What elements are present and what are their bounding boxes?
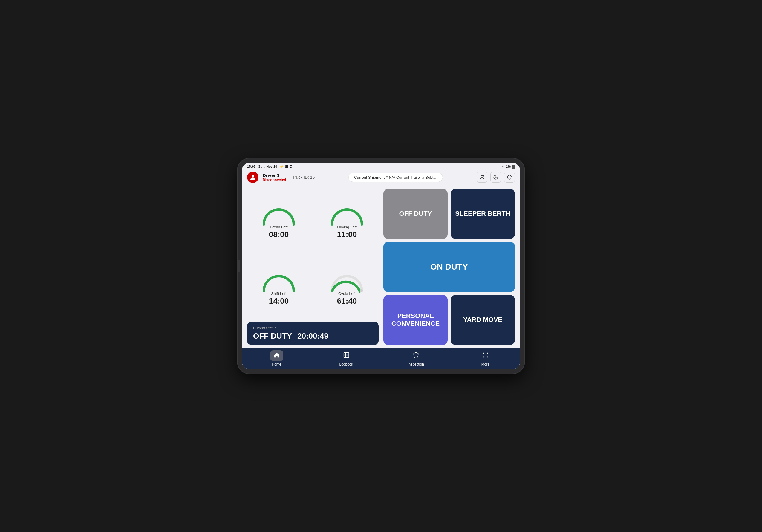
home-icon <box>273 352 280 360</box>
nav-logbook[interactable]: Logbook <box>335 350 358 366</box>
main-content: Break Left 08:00 Driving Left 11:00 <box>242 186 520 348</box>
current-status-row: OFF DUTY 20:00:49 <box>253 332 373 341</box>
personal-convenience-button[interactable]: PERSONAL CONVENIENCE <box>383 295 448 345</box>
night-mode-button[interactable] <box>491 172 501 183</box>
break-left-label: Break Left <box>270 225 287 229</box>
duty-panel: OFF DUTY SLEEPER BERTH ON DUTY PERSONAL … <box>383 189 515 345</box>
current-status-box: Current Status OFF DUTY 20:00:49 <box>247 322 379 345</box>
inspection-label: Inspection <box>408 362 424 366</box>
bottom-navigation: Home Logbook <box>242 348 520 369</box>
app-header: Driver 1 Disconnected Truck ID: 15 Curre… <box>242 170 520 186</box>
driver-icon <box>247 172 259 183</box>
driving-left-label: Driving Left <box>337 225 357 229</box>
duty-row-top: OFF DUTY SLEEPER BERTH <box>383 189 515 239</box>
side-button <box>238 260 240 272</box>
driver-info: Driver 1 Disconnected <box>263 173 286 182</box>
more-label: More <box>482 362 490 366</box>
duty-row-middle: ON DUTY <box>383 242 515 292</box>
shift-left-label: Shift Left <box>271 291 286 296</box>
gauges-panel: Break Left 08:00 Driving Left 11:00 <box>247 189 379 345</box>
more-icon-wrap <box>479 350 492 361</box>
home-label: Home <box>271 362 281 366</box>
gauges-bottom-row: Shift Left 14:00 Cycle Left 61:40 <box>247 256 379 319</box>
gauges-top-row: Break Left 08:00 Driving Left 11:00 <box>247 189 379 253</box>
break-left-value: 08:00 <box>269 230 289 239</box>
current-status-label: Current Status <box>253 326 373 330</box>
svg-point-12 <box>487 356 488 357</box>
svg-rect-5 <box>343 352 349 357</box>
nav-more[interactable]: More <box>474 350 497 366</box>
shift-left-value: 14:00 <box>269 296 289 306</box>
refresh-button[interactable] <box>504 172 515 183</box>
svg-point-0 <box>252 175 254 177</box>
home-icon-wrap <box>270 350 283 361</box>
header-actions <box>477 172 515 183</box>
cycle-left-value: 61:40 <box>337 296 357 306</box>
nav-home[interactable]: Home <box>265 350 289 366</box>
inspection-icon <box>413 352 419 360</box>
nav-inspection[interactable]: Inspection <box>404 350 428 366</box>
truck-id: Truck ID: 15 <box>292 175 315 180</box>
cycle-left-label: Cycle Left <box>338 291 355 296</box>
tablet-screen: 15:05 Sun, Nov 10 ⚡ 🖼 ⏱ ≈ 2% ▓ Driver 1 <box>242 163 520 369</box>
off-duty-button[interactable]: OFF DUTY <box>383 189 448 239</box>
status-bar: 15:05 Sun, Nov 10 ⚡ 🖼 ⏱ ≈ 2% ▓ <box>242 163 520 170</box>
svg-point-4 <box>360 289 363 292</box>
logbook-icon <box>343 352 349 360</box>
current-status-name: OFF DUTY <box>253 332 292 341</box>
battery-indicator: 2% <box>506 165 511 168</box>
connection-status: Disconnected <box>263 178 286 182</box>
profile-button[interactable] <box>477 172 488 183</box>
inspection-icon-wrap <box>410 350 422 361</box>
logbook-label: Logbook <box>339 362 353 366</box>
shipment-badge: Current Shipment # N/A Current Trailer #… <box>348 173 443 182</box>
duty-row-bottom: PERSONAL CONVENIENCE YARD MOVE <box>383 295 515 345</box>
shift-left-gauge: Shift Left 14:00 <box>247 256 311 319</box>
current-status-time: 20:00:49 <box>297 332 329 341</box>
battery-bar: ▓ <box>512 165 515 168</box>
svg-point-10 <box>487 352 488 353</box>
yard-move-button[interactable]: YARD MOVE <box>451 295 515 345</box>
svg-point-9 <box>483 352 484 353</box>
driving-left-gauge: Driving Left 11:00 <box>315 189 379 253</box>
sleeper-berth-button[interactable]: SLEEPER BERTH <box>451 189 515 239</box>
status-time: 15:05 <box>247 165 256 168</box>
shipment-info: Current Shipment # N/A Current Trailer #… <box>319 173 473 182</box>
break-left-gauge: Break Left 08:00 <box>247 189 311 253</box>
driver-name: Driver 1 <box>263 173 286 178</box>
status-date: Sun, Nov 10 <box>258 165 277 168</box>
more-icon <box>482 352 489 360</box>
svg-point-11 <box>483 356 484 357</box>
driving-left-value: 11:00 <box>337 230 357 239</box>
logbook-icon-wrap <box>340 350 353 361</box>
tablet-frame: 15:05 Sun, Nov 10 ⚡ 🖼 ⏱ ≈ 2% ▓ Driver 1 <box>238 158 524 374</box>
on-duty-button[interactable]: ON DUTY <box>383 242 515 292</box>
cycle-left-gauge: Cycle Left 61:40 <box>315 256 379 319</box>
wifi-icon: ≈ <box>502 164 504 169</box>
svg-point-1 <box>481 176 483 177</box>
